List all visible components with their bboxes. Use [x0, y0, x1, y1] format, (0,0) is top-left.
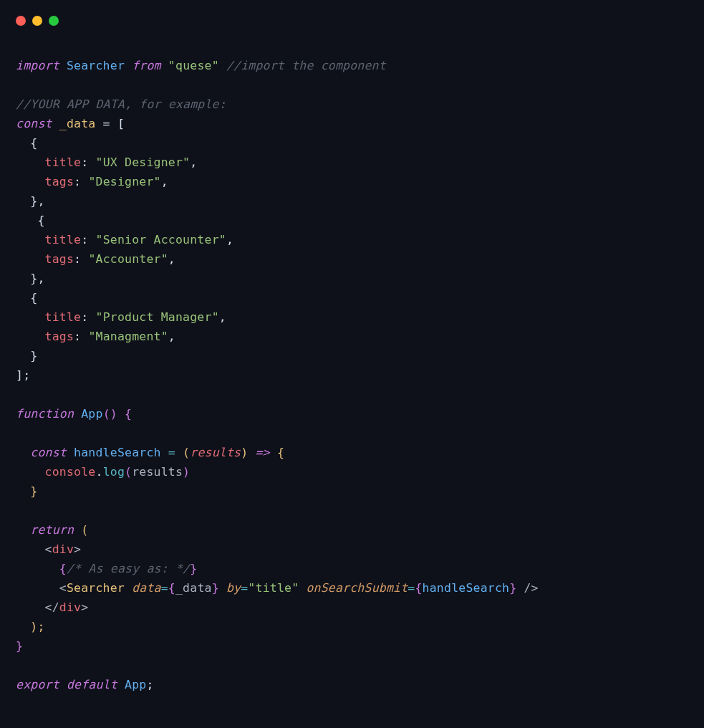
- colon: :: [74, 175, 88, 188]
- prop-tags: tags: [45, 330, 74, 343]
- val-data: _data: [175, 581, 212, 595]
- console: console: [45, 465, 96, 479]
- attr-by: by: [226, 581, 241, 595]
- indent: [16, 252, 45, 266]
- val-handlesearch: handleSearch: [423, 581, 510, 595]
- indent: [16, 330, 45, 343]
- id-searcher: Searcher: [67, 59, 125, 72]
- self-close: />: [516, 581, 538, 595]
- comma: ,: [190, 155, 197, 169]
- str-accounter: "Accounter": [88, 252, 168, 266]
- comment-import: //import the component: [226, 59, 386, 72]
- brace: }: [509, 581, 516, 595]
- brace: }: [212, 581, 219, 595]
- gt: >: [81, 600, 88, 614]
- kw-from: from: [132, 59, 161, 72]
- minimize-icon[interactable]: [32, 16, 42, 26]
- str-uxdesigner: "UX Designer": [96, 155, 191, 169]
- eq: =: [241, 581, 248, 595]
- indent: [16, 465, 45, 479]
- jsx-open: <: [16, 581, 67, 595]
- brace-close: }: [16, 484, 37, 498]
- str-title: "title": [248, 581, 299, 595]
- array-close: ];: [16, 368, 30, 382]
- eq: =: [168, 446, 183, 459]
- paren-close: );: [16, 620, 45, 633]
- arg-results: results: [132, 465, 183, 479]
- jsx-open: <: [16, 542, 52, 556]
- attr-onsearchsubmit: onSearchSubmit: [306, 581, 408, 595]
- parens: (): [103, 407, 125, 421]
- brace-open: {: [16, 214, 45, 227]
- code-block: import Searcher from "quese" //import th…: [0, 36, 704, 694]
- paren: ): [241, 446, 255, 459]
- paren: (: [183, 446, 190, 459]
- sp: [125, 581, 132, 595]
- jsx-brace: {: [59, 562, 67, 575]
- arrow: =>: [255, 446, 269, 459]
- brace: {: [125, 407, 132, 421]
- prop-title: title: [45, 310, 82, 324]
- attr-data: data: [132, 581, 161, 595]
- prop-tags: tags: [45, 252, 74, 266]
- comma: ,: [168, 252, 175, 266]
- comma: ,: [226, 233, 233, 246]
- punc: = [: [95, 117, 125, 130]
- semi: ;: [146, 678, 153, 691]
- kw-default: default: [67, 678, 117, 691]
- sp: [219, 581, 226, 595]
- maximize-icon[interactable]: [49, 16, 59, 26]
- brace-close: }: [16, 349, 37, 363]
- fn-app: App: [81, 407, 102, 421]
- window-titlebar: [0, 0, 704, 36]
- str-product-manager: "Product Manager": [96, 310, 219, 324]
- indent: [16, 155, 45, 169]
- close-icon[interactable]: [16, 16, 26, 26]
- indent: [16, 446, 30, 459]
- brace-close: },: [16, 272, 45, 285]
- dot: .: [95, 465, 102, 479]
- colon: :: [81, 310, 95, 324]
- gt: >: [74, 542, 81, 556]
- colon: :: [74, 252, 88, 266]
- comma: ,: [168, 330, 175, 343]
- colon: :: [74, 330, 88, 343]
- kw-const: const: [30, 446, 67, 459]
- indent: [16, 523, 30, 537]
- indent: [16, 175, 45, 188]
- comma: ,: [219, 310, 226, 324]
- prop-title: title: [45, 155, 82, 169]
- str-quese: "quese": [168, 59, 219, 72]
- brace-close: },: [16, 194, 45, 208]
- indent: [16, 233, 45, 246]
- eq: =: [161, 581, 168, 595]
- indent: [16, 562, 59, 575]
- kw-import: import: [16, 59, 59, 72]
- sp: [299, 581, 306, 595]
- var-data: _data: [59, 117, 96, 130]
- kw-function: function: [16, 407, 74, 421]
- eq: =: [408, 581, 415, 595]
- colon: :: [81, 155, 95, 169]
- tag-searcher: Searcher: [67, 581, 125, 595]
- fn-handlesearch: handleSearch: [67, 446, 168, 459]
- brace-open: {: [16, 291, 37, 305]
- log: log: [103, 465, 125, 479]
- paren: (: [125, 465, 132, 479]
- prop-tags: tags: [45, 175, 74, 188]
- kw-export: export: [16, 678, 59, 691]
- str-managment: "Managment": [88, 330, 168, 343]
- paren: (: [74, 523, 88, 537]
- jsx-brace: }: [190, 562, 197, 575]
- str-designer: "Designer": [88, 175, 160, 188]
- str-senior-accounter: "Senior Accounter": [96, 233, 226, 246]
- brace: {: [16, 136, 37, 150]
- prop-title: title: [45, 233, 82, 246]
- indent: [16, 310, 45, 324]
- brace-close: }: [16, 639, 23, 653]
- code-window: import Searcher from "quese" //import th…: [0, 0, 704, 728]
- brace: {: [415, 581, 422, 595]
- jsx-close: </: [16, 600, 59, 614]
- colon: :: [81, 233, 95, 246]
- comment-appdata: //YOUR APP DATA, for example:: [16, 97, 226, 111]
